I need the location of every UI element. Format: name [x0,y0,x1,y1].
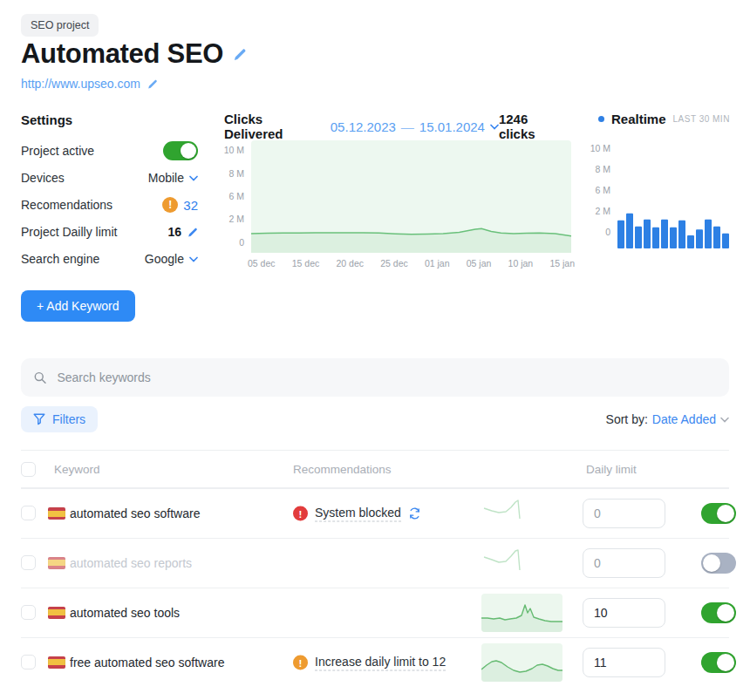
project-active-toggle[interactable] [163,141,198,160]
warning-icon: ! [293,656,308,670]
y-tick: 6 M [213,191,244,201]
daily-limit-input[interactable] [583,499,665,528]
x-tick: 05 jan [467,258,492,268]
total-clicks: 1246 clicks [499,112,564,141]
y-tick: 2 M [213,214,244,224]
project-type-badge: SEO project [21,14,99,37]
recommendation-cell: ! Increase daily limit to 12 [293,655,446,671]
setting-project-active: Project active [21,141,198,160]
chevron-down-icon [189,175,198,181]
toggle-knob [181,143,196,159]
spain-flag-icon [48,656,65,669]
settings-heading: Settings [21,112,72,127]
chevron-down-icon [189,256,198,262]
refresh-icon[interactable] [408,507,421,520]
y-tick: 10 M [213,145,244,155]
y-tick: 8 M [213,168,244,179]
toggle-knob [717,505,734,522]
filters-label: Filters [52,412,85,426]
clicks-chart-x-axis: 05 dec 15 dec 20 dec 25 dec 01 jan 05 ja… [248,258,575,268]
keyword-label: automated seo reports [70,556,192,570]
blocked-error-icon: ! [293,506,308,521]
project-title: Automated SEO [21,38,223,70]
row-checkbox[interactable] [21,655,36,669]
daily-limit-input[interactable] [583,648,665,677]
toggle-knob [717,654,734,671]
clicks-line-chart [251,140,571,253]
keyword-label: free automated seo software [70,656,224,669]
keyword-label: automated seo software [70,506,200,520]
keywords-table: Keyword Recommendations Daily limit auto… [21,450,729,687]
project-url-link[interactable]: http://www.upseo.com [21,77,140,91]
row-checkbox[interactable] [21,506,36,520]
x-tick: 15 dec [292,258,320,268]
sort-by-label: Sort by: [606,412,648,426]
daily-limit-value-group: 16 [167,225,198,239]
warning-icon: ! [162,197,178,213]
x-tick: 15 jan [549,258,575,268]
x-tick: 20 dec [336,258,364,268]
realtime-subtitle: LAST 30 MIN [673,114,730,124]
keyword-toggle[interactable] [701,652,736,673]
column-daily-limit: Daily limit [586,463,637,476]
x-tick: 10 jan [508,258,534,268]
table-row: automated seo software ! System blocked [21,488,729,538]
y-tick: 0 [579,227,610,237]
recommendations-label: Recomendations [21,198,112,212]
setting-daily-limit: Project Dailly limit 16 [21,222,198,241]
realtime-dot-icon [598,116,604,122]
keyword-label: automated seo tools [70,606,180,620]
recommendation-link[interactable]: System blocked [315,506,401,522]
seo-dashboard: SEO project Automated SEO http://www.ups… [0,0,750,700]
edit-url-pencil-icon[interactable] [147,78,158,90]
edit-title-pencil-icon[interactable] [232,47,247,62]
devices-select[interactable]: Mobile [148,171,198,185]
project-active-label: Project active [21,144,94,158]
spain-flag-icon [48,507,65,520]
y-tick: 2 M [579,206,610,216]
realtime-legend: Realtime LAST 30 MIN [598,112,730,126]
search-input[interactable] [57,370,717,384]
sparkline [481,594,562,632]
devices-label: Devices [21,171,65,185]
chevron-down-icon [490,124,499,130]
project-url-row: http://www.upseo.com [21,77,158,91]
add-keyword-button[interactable]: + Add Keyword [21,290,135,322]
daily-limit-input[interactable] [583,598,665,628]
y-tick: 8 M [579,164,610,174]
setting-recommendations: Recomendations ! 32 [21,195,198,214]
keyword-toggle[interactable] [701,602,736,623]
date-to: 15.01.2024 [419,119,485,134]
devices-value: Mobile [148,171,184,185]
page-title: Automated SEO [21,38,247,70]
row-checkbox[interactable] [21,555,36,570]
daily-limit-input[interactable] [583,548,665,578]
date-range-picker[interactable]: 05.12.2023 — 15.01.2024 [331,119,499,134]
filter-funnel-icon [33,413,45,425]
keyword-toggle[interactable] [701,503,736,524]
sparkline [481,494,562,533]
chevron-down-icon[interactable] [720,417,729,423]
x-tick: 01 jan [425,258,450,268]
x-tick: 05 dec [248,258,276,268]
search-engine-value: Google [145,252,184,266]
recommendation-link[interactable]: Increase daily limit to 12 [315,655,446,671]
recommendations-value-group[interactable]: ! 32 [162,197,198,213]
search-engine-select[interactable]: Google [145,252,198,266]
table-row: free automated seo software ! Increase d… [21,637,729,687]
sparkline [481,544,562,582]
clicks-chart-plot [251,140,571,253]
sort-by: Sort by: Date Added [606,412,729,426]
search-icon [33,370,47,385]
table-row: automated seo reports [21,538,729,588]
select-all-checkbox[interactable] [21,462,36,477]
row-checkbox[interactable] [21,605,36,620]
filters-button[interactable]: Filters [21,406,98,432]
date-from: 05.12.2023 [331,119,396,134]
y-tick: 6 M [579,185,610,195]
y-tick: 0 [213,237,244,248]
sort-by-value[interactable]: Date Added [652,412,716,426]
keyword-toggle[interactable] [701,553,736,574]
edit-daily-limit-pencil-icon[interactable] [187,227,198,238]
setting-search-engine: Search engine Google [21,249,198,268]
